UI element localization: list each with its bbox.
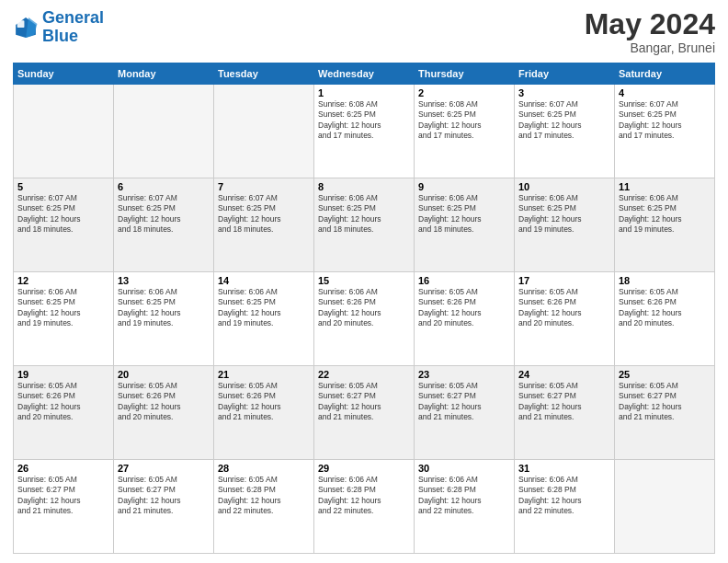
logo: General Blue (13, 9, 104, 46)
day-number: 22 (318, 369, 410, 380)
day-info: Sunrise: 6:07 AM Sunset: 6:25 PM Dayligh… (518, 99, 610, 142)
day-number: 21 (218, 369, 310, 380)
day-number: 28 (218, 463, 310, 474)
day-number: 9 (418, 181, 510, 192)
day-number: 25 (619, 369, 711, 380)
calendar-cell: 17Sunrise: 6:05 AM Sunset: 6:26 PM Dayli… (515, 272, 615, 366)
calendar-header-tuesday: Tuesday (214, 63, 314, 85)
calendar-cell (114, 85, 214, 178)
day-number: 6 (118, 181, 210, 192)
day-info: Sunrise: 6:07 AM Sunset: 6:25 PM Dayligh… (118, 193, 210, 236)
calendar-cell (214, 85, 314, 178)
day-info: Sunrise: 6:06 AM Sunset: 6:26 PM Dayligh… (318, 287, 410, 329)
calendar-cell: 9Sunrise: 6:06 AM Sunset: 6:25 PM Daylig… (415, 178, 515, 272)
day-number: 5 (17, 181, 109, 192)
header: General Blue May 2024 Bangar, Brunei (13, 9, 715, 55)
calendar-cell: 24Sunrise: 6:05 AM Sunset: 6:27 PM Dayli… (515, 366, 615, 460)
day-info: Sunrise: 6:06 AM Sunset: 6:28 PM Dayligh… (418, 475, 510, 517)
calendar-cell: 12Sunrise: 6:06 AM Sunset: 6:25 PM Dayli… (14, 272, 114, 366)
title-block: May 2024 Bangar, Brunei (585, 9, 715, 55)
day-number: 20 (118, 369, 210, 380)
day-info: Sunrise: 6:06 AM Sunset: 6:25 PM Dayligh… (218, 287, 310, 329)
calendar-header-friday: Friday (515, 63, 615, 85)
calendar-cell: 27Sunrise: 6:05 AM Sunset: 6:27 PM Dayli… (114, 460, 214, 554)
calendar-cell (615, 460, 715, 554)
calendar-week-row: 12Sunrise: 6:06 AM Sunset: 6:25 PM Dayli… (14, 272, 715, 366)
month-title: May 2024 (585, 9, 715, 39)
calendar-cell: 21Sunrise: 6:05 AM Sunset: 6:26 PM Dayli… (214, 366, 314, 460)
calendar-cell: 19Sunrise: 6:05 AM Sunset: 6:26 PM Dayli… (14, 366, 114, 460)
calendar-cell: 1Sunrise: 6:08 AM Sunset: 6:25 PM Daylig… (314, 85, 415, 178)
day-info: Sunrise: 6:06 AM Sunset: 6:25 PM Dayligh… (518, 193, 610, 236)
day-number: 13 (118, 275, 210, 286)
day-number: 12 (17, 275, 109, 286)
day-info: Sunrise: 6:08 AM Sunset: 6:25 PM Dayligh… (418, 99, 510, 142)
day-info: Sunrise: 6:06 AM Sunset: 6:25 PM Dayligh… (619, 193, 711, 236)
day-number: 10 (518, 181, 610, 192)
day-number: 26 (17, 463, 109, 474)
day-info: Sunrise: 6:05 AM Sunset: 6:27 PM Dayligh… (17, 475, 109, 517)
calendar-cell: 3Sunrise: 6:07 AM Sunset: 6:25 PM Daylig… (515, 85, 615, 178)
calendar-cell: 28Sunrise: 6:05 AM Sunset: 6:28 PM Dayli… (214, 460, 314, 554)
day-info: Sunrise: 6:06 AM Sunset: 6:25 PM Dayligh… (17, 287, 109, 329)
calendar-header-monday: Monday (114, 63, 214, 85)
calendar-cell: 26Sunrise: 6:05 AM Sunset: 6:27 PM Dayli… (14, 460, 114, 554)
day-number: 15 (318, 275, 410, 286)
day-number: 16 (418, 275, 510, 286)
day-info: Sunrise: 6:06 AM Sunset: 6:28 PM Dayligh… (518, 475, 610, 517)
day-number: 2 (418, 87, 510, 98)
day-info: Sunrise: 6:06 AM Sunset: 6:25 PM Dayligh… (118, 287, 210, 329)
calendar-cell: 22Sunrise: 6:05 AM Sunset: 6:27 PM Dayli… (314, 366, 415, 460)
calendar-week-row: 5Sunrise: 6:07 AM Sunset: 6:25 PM Daylig… (14, 178, 715, 272)
calendar-cell: 25Sunrise: 6:05 AM Sunset: 6:27 PM Dayli… (615, 366, 715, 460)
calendar-header-row: SundayMondayTuesdayWednesdayThursdayFrid… (14, 63, 715, 85)
day-info: Sunrise: 6:05 AM Sunset: 6:26 PM Dayligh… (619, 287, 711, 329)
calendar-cell (14, 85, 114, 178)
day-info: Sunrise: 6:06 AM Sunset: 6:25 PM Dayligh… (418, 193, 510, 236)
day-number: 14 (218, 275, 310, 286)
calendar-week-row: 19Sunrise: 6:05 AM Sunset: 6:26 PM Dayli… (14, 366, 715, 460)
calendar-cell: 30Sunrise: 6:06 AM Sunset: 6:28 PM Dayli… (415, 460, 515, 554)
day-info: Sunrise: 6:05 AM Sunset: 6:26 PM Dayligh… (418, 287, 510, 329)
calendar-header-sunday: Sunday (14, 63, 114, 85)
day-info: Sunrise: 6:07 AM Sunset: 6:25 PM Dayligh… (218, 193, 310, 236)
calendar-cell: 15Sunrise: 6:06 AM Sunset: 6:26 PM Dayli… (314, 272, 415, 366)
day-number: 19 (17, 369, 109, 380)
calendar-cell: 16Sunrise: 6:05 AM Sunset: 6:26 PM Dayli… (415, 272, 515, 366)
day-number: 31 (518, 463, 610, 474)
svg-rect-2 (17, 20, 25, 28)
day-info: Sunrise: 6:05 AM Sunset: 6:26 PM Dayligh… (518, 287, 610, 329)
day-number: 24 (518, 369, 610, 380)
day-info: Sunrise: 6:05 AM Sunset: 6:27 PM Dayligh… (118, 475, 210, 517)
day-info: Sunrise: 6:06 AM Sunset: 6:25 PM Dayligh… (318, 193, 410, 236)
calendar-cell: 29Sunrise: 6:06 AM Sunset: 6:28 PM Dayli… (314, 460, 415, 554)
day-number: 1 (318, 87, 410, 98)
logo-text: General Blue (42, 9, 104, 46)
day-info: Sunrise: 6:05 AM Sunset: 6:26 PM Dayligh… (218, 381, 310, 423)
day-number: 18 (619, 275, 711, 286)
calendar-cell: 2Sunrise: 6:08 AM Sunset: 6:25 PM Daylig… (415, 85, 515, 178)
day-info: Sunrise: 6:05 AM Sunset: 6:27 PM Dayligh… (318, 381, 410, 423)
day-info: Sunrise: 6:05 AM Sunset: 6:28 PM Dayligh… (218, 475, 310, 517)
day-info: Sunrise: 6:05 AM Sunset: 6:27 PM Dayligh… (518, 381, 610, 423)
day-info: Sunrise: 6:05 AM Sunset: 6:27 PM Dayligh… (418, 381, 510, 423)
day-number: 8 (318, 181, 410, 192)
day-info: Sunrise: 6:05 AM Sunset: 6:26 PM Dayligh… (17, 381, 109, 423)
day-number: 29 (318, 463, 410, 474)
calendar-cell: 5Sunrise: 6:07 AM Sunset: 6:25 PM Daylig… (14, 178, 114, 272)
calendar-header-saturday: Saturday (615, 63, 715, 85)
day-info: Sunrise: 6:05 AM Sunset: 6:27 PM Dayligh… (619, 381, 711, 423)
calendar-cell: 6Sunrise: 6:07 AM Sunset: 6:25 PM Daylig… (114, 178, 214, 272)
calendar-cell: 18Sunrise: 6:05 AM Sunset: 6:26 PM Dayli… (615, 272, 715, 366)
day-info: Sunrise: 6:07 AM Sunset: 6:25 PM Dayligh… (17, 193, 109, 236)
calendar-cell: 8Sunrise: 6:06 AM Sunset: 6:25 PM Daylig… (314, 178, 415, 272)
calendar-cell: 7Sunrise: 6:07 AM Sunset: 6:25 PM Daylig… (214, 178, 314, 272)
calendar-header-wednesday: Wednesday (314, 63, 415, 85)
calendar-cell: 10Sunrise: 6:06 AM Sunset: 6:25 PM Dayli… (515, 178, 615, 272)
day-number: 11 (619, 181, 711, 192)
calendar-header-thursday: Thursday (415, 63, 515, 85)
day-info: Sunrise: 6:08 AM Sunset: 6:25 PM Dayligh… (318, 99, 410, 142)
day-info: Sunrise: 6:07 AM Sunset: 6:25 PM Dayligh… (619, 99, 711, 142)
calendar-week-row: 1Sunrise: 6:08 AM Sunset: 6:25 PM Daylig… (14, 85, 715, 178)
logo-icon (13, 15, 39, 40)
